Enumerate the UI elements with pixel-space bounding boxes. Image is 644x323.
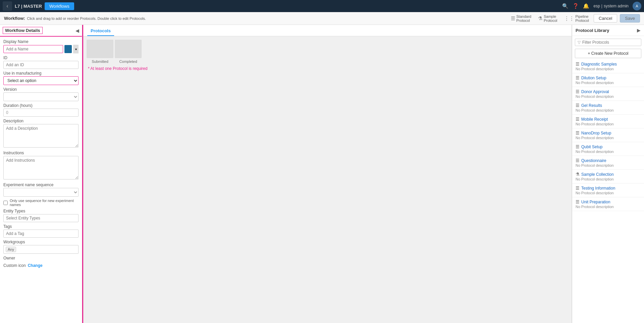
protocol-list-item[interactable]: ☰ Donor Approval No Protocol description bbox=[572, 87, 644, 101]
custom-icon-label: Custom icon bbox=[3, 263, 26, 268]
center-tabs: Protocols bbox=[83, 25, 572, 36]
sidebar-header: Workflow Details ◀ bbox=[0, 25, 82, 37]
protocol-item-title: Donor Approval bbox=[581, 89, 609, 94]
user-admin-label: system admin bbox=[604, 4, 629, 8]
protocol-item-title: Sample Collection bbox=[581, 172, 614, 177]
protocol-item-title: Questionnaire bbox=[581, 158, 606, 163]
protocol-item-title: Gel Results bbox=[581, 103, 602, 108]
protocol-list-item[interactable]: ☰ Qubit Setup No Protocol description bbox=[572, 142, 644, 156]
duration-input[interactable] bbox=[3, 109, 79, 117]
protocol-item-icon: ⚗ bbox=[576, 172, 580, 177]
bell-icon[interactable]: 🔔 bbox=[583, 3, 589, 9]
version-select[interactable] bbox=[3, 92, 79, 101]
submitted-card-col: Submitted bbox=[87, 40, 113, 64]
protocol-item-desc: No Protocol description bbox=[576, 163, 641, 167]
top-nav: ‹ L7 | MASTER Workflows 🔍 ❓ 🔔 esp | syst… bbox=[0, 0, 644, 12]
protocol-list-item[interactable]: ☰ Testing Information No Protocol descri… bbox=[572, 184, 644, 197]
instructions-textarea[interactable] bbox=[3, 156, 79, 179]
sidebar-title: Workflow Details bbox=[3, 27, 43, 34]
display-name-field: Display Name ▾ bbox=[3, 39, 79, 53]
display-name-input[interactable] bbox=[3, 45, 63, 53]
submitted-label: Submitted bbox=[92, 59, 108, 64]
entity-types-input[interactable] bbox=[3, 214, 79, 222]
search-icon[interactable]: 🔍 bbox=[562, 3, 568, 9]
instructions-field: Instructions bbox=[3, 151, 79, 180]
sidebar-collapse-button[interactable]: ◀ bbox=[76, 28, 79, 33]
toolbar-title: Workflow: bbox=[4, 16, 25, 21]
custom-icon-field: Custom icon Change bbox=[3, 263, 79, 268]
id-input[interactable] bbox=[3, 61, 79, 69]
avatar[interactable]: A bbox=[633, 2, 641, 10]
use-in-manufacturing-select[interactable]: Select an option Yes No bbox=[3, 76, 79, 85]
toolbar: Workflow: Click and drag to add or reord… bbox=[0, 12, 644, 25]
protocol-item-name: ☰ Donor Approval bbox=[576, 89, 641, 94]
description-textarea[interactable] bbox=[3, 124, 79, 148]
error-message: * At least one Protocol is required bbox=[88, 66, 568, 71]
protocol-list-item[interactable]: ☰ Questionnaire No Protocol description bbox=[572, 156, 644, 170]
protocol-item-name: ☰ Dilution Setup bbox=[576, 75, 641, 80]
only-use-sequence-label: Only use sequence for new experiment nam… bbox=[10, 199, 79, 207]
protocol-list-item[interactable]: ⚗ Sample Collection No Protocol descript… bbox=[572, 170, 644, 184]
completed-label: Completed bbox=[119, 59, 137, 64]
protocol-item-name: ⚗ Sample Collection bbox=[576, 172, 641, 177]
workgroups-field: Workgroups Any bbox=[3, 240, 79, 254]
filter-input-wrapper[interactable]: ▽ bbox=[575, 39, 641, 46]
protocol-list-item[interactable]: ☰ Dilution Setup No Protocol description bbox=[572, 73, 644, 87]
help-icon[interactable]: ❓ bbox=[573, 3, 579, 9]
id-field: ID bbox=[3, 55, 79, 69]
protocol-item-desc: No Protocol description bbox=[576, 150, 641, 154]
protocol-item-name: ☰ Diagnostic Samples bbox=[576, 62, 641, 67]
owner-field: Owner bbox=[3, 256, 79, 261]
color-picker-button[interactable] bbox=[64, 45, 72, 53]
protocol-item-desc: No Protocol description bbox=[576, 136, 641, 140]
pipeline-protocol-icon: ⋮⋮ bbox=[564, 15, 574, 22]
use-in-manufacturing-label: Use in manufacturing bbox=[3, 71, 79, 76]
save-button[interactable]: Save bbox=[620, 14, 640, 23]
form-section: Display Name ▾ ID Use in manufacturing S… bbox=[0, 37, 82, 271]
protocol-list-item[interactable]: ☰ NanoDrop Setup No Protocol description bbox=[572, 128, 644, 142]
description-label: Description bbox=[3, 119, 79, 123]
protocols-tab[interactable]: Protocols bbox=[87, 26, 114, 36]
cancel-button[interactable]: Cancel bbox=[594, 14, 617, 23]
protocol-list: ☰ Diagnostic Samples No Protocol descrip… bbox=[572, 59, 644, 323]
experiment-name-label: Experiment name sequence bbox=[3, 183, 79, 187]
nav-brand: L7 | MASTER bbox=[15, 4, 42, 9]
filter-protocols-input[interactable] bbox=[582, 40, 639, 45]
duration-label: Duration (hours) bbox=[3, 103, 79, 108]
experiment-name-select[interactable] bbox=[3, 188, 79, 197]
protocol-list-item[interactable]: ☰ Unit Preparation No Protocol descripti… bbox=[572, 197, 644, 211]
tags-field: Tags bbox=[3, 224, 79, 238]
change-link[interactable]: Change bbox=[28, 263, 43, 268]
entity-types-label: Entity Types bbox=[3, 209, 79, 213]
experiment-name-field: Experiment name sequence bbox=[3, 183, 79, 197]
user-info: esp | system admin bbox=[593, 4, 629, 8]
protocol-list-item[interactable]: ☰ Diagnostic Samples No Protocol descrip… bbox=[572, 59, 644, 73]
protocol-item-title: Diagnostic Samples bbox=[581, 62, 617, 67]
nav-workflows-tab[interactable]: Workflows bbox=[45, 2, 74, 10]
owner-label: Owner bbox=[3, 256, 79, 260]
protocol-item-icon: ☰ bbox=[576, 75, 580, 80]
protocol-library-title: Protocol Library bbox=[576, 28, 609, 33]
protocol-item-name: ☰ Testing Information bbox=[576, 186, 641, 191]
brand-label: L7 | MASTER bbox=[15, 4, 42, 9]
create-new-protocol-button[interactable]: + Create New Protocol bbox=[575, 49, 641, 58]
protocol-cards-row: Submitted Completed bbox=[87, 40, 568, 64]
pipeline-protocol-label: PipelineProtocol bbox=[576, 14, 589, 23]
protocol-item-desc: No Protocol description bbox=[576, 81, 641, 85]
standard-protocol-btn[interactable]: ☰ StandardProtocol bbox=[509, 14, 534, 23]
sample-protocol-btn[interactable]: ⚗ SampleProtocol bbox=[536, 14, 559, 23]
protocol-item-title: Testing Information bbox=[581, 186, 615, 191]
right-sidebar-collapse-button[interactable]: ▶ bbox=[637, 28, 641, 33]
protocol-list-item[interactable]: ☰ Mobile Receipt No Protocol description bbox=[572, 115, 644, 128]
protocol-list-item[interactable]: ☰ Gel Results No Protocol description bbox=[572, 101, 644, 115]
workgroup-input-wrapper[interactable]: Any bbox=[3, 245, 79, 254]
nav-back-button[interactable]: ‹ bbox=[3, 1, 12, 11]
only-use-sequence-checkbox[interactable] bbox=[3, 201, 8, 205]
pipeline-protocol-btn[interactable]: ⋮⋮ PipelineProtocol bbox=[562, 14, 591, 23]
tags-input[interactable] bbox=[3, 230, 79, 238]
color-picker-arrow-button[interactable]: ▾ bbox=[73, 45, 79, 53]
protocol-item-name: ☰ Unit Preparation bbox=[576, 199, 641, 204]
protocol-item-title: Qubit Setup bbox=[581, 145, 602, 149]
protocol-item-desc: No Protocol description bbox=[576, 108, 641, 112]
main-layout: Workflow Details ◀ Display Name ▾ ID Use… bbox=[0, 25, 644, 323]
